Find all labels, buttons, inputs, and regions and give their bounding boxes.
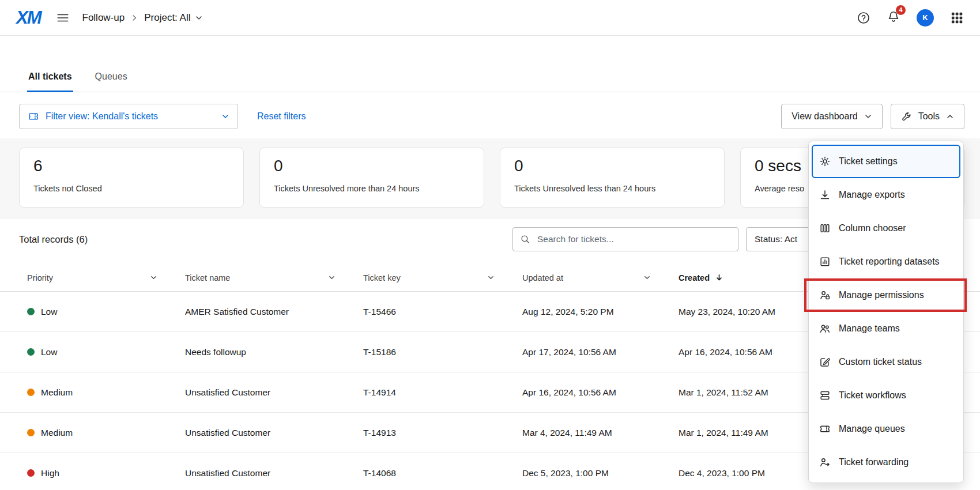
stat-value: 0 [514, 157, 710, 175]
filter-view-dropdown[interactable]: Filter view: Kendall's tickets [19, 104, 238, 129]
tools-menu-item[interactable]: Ticket reporting datasets [809, 245, 963, 278]
updated-at-cell: Apr 17, 2024, 10:56 AM [522, 347, 679, 357]
person-lock-icon [819, 289, 831, 301]
tools-menu-item[interactable]: Ticket settings [812, 145, 960, 178]
tools-menu-item[interactable]: Ticket forwarding [809, 446, 963, 479]
stat-card: 0 Tickets Unresolved less than 24 hours [500, 148, 725, 208]
chevron-down-icon [221, 112, 229, 120]
priority-dot [27, 469, 35, 477]
menu-item-label: Manage queues [839, 424, 905, 434]
person-arrow-icon [819, 457, 831, 468]
priority-label: Low [41, 347, 57, 357]
tools-menu-item[interactable]: Manage exports [809, 178, 963, 212]
priority-cell: Low [27, 347, 185, 357]
view-dashboard-label: View dashboard [791, 111, 857, 122]
chevron-down-icon[interactable] [643, 274, 651, 281]
priority-dot [27, 308, 35, 315]
priority-label: Medium [41, 387, 73, 398]
column-header-updated-at[interactable]: Updated at [522, 273, 679, 282]
ticket-name-cell: Unsatisfied Customer [185, 387, 363, 398]
priority-dot [27, 429, 35, 436]
top-bar: XM Follow-up Project: All [0, 0, 980, 36]
chevron-down-icon[interactable] [150, 274, 157, 281]
priority-dot [27, 348, 35, 356]
priority-dot [27, 389, 35, 396]
ticket-icon [28, 111, 39, 122]
menu-item-label: Ticket settings [839, 156, 898, 167]
priority-label: High [41, 468, 59, 478]
total-records-label: Total records (6) [19, 226, 88, 252]
updated-at-cell: Mar 4, 2024, 11:49 AM [522, 428, 679, 438]
view-dashboard-button[interactable]: View dashboard [781, 104, 882, 129]
apps-grid-icon[interactable] [950, 11, 964, 25]
breadcrumb-project[interactable]: Project: All [144, 12, 202, 24]
ticket-search [512, 227, 738, 251]
tools-menu-item[interactable]: Ticket workflows [809, 379, 963, 412]
breadcrumb-project-label: Project: All [144, 12, 190, 24]
chevron-up-icon [946, 112, 954, 120]
priority-label: Medium [41, 428, 73, 438]
menu-item-label: Manage exports [839, 190, 905, 200]
stat-label: Tickets Unresolved less than 24 hours [514, 184, 710, 193]
avatar[interactable]: K [917, 9, 934, 27]
people-icon [819, 323, 831, 334]
ticketing-page: XM Follow-up Project: All [0, 0, 980, 490]
tools-menu-item[interactable]: Column chooser [809, 212, 963, 245]
columns-icon [819, 223, 831, 234]
notification-badge: 4 [896, 5, 906, 15]
chevron-down-icon[interactable] [487, 274, 495, 281]
menu-item-label: Ticket workflows [839, 390, 906, 401]
stat-card: 0 Tickets Unresolved more than 24 hours [259, 148, 484, 208]
menu-item-label: Ticket reporting datasets [839, 257, 940, 267]
menu-item-label: Column chooser [839, 223, 906, 233]
stat-value: 6 [33, 157, 229, 175]
reset-filters-link[interactable]: Reset filters [257, 111, 306, 122]
search-input[interactable] [536, 233, 731, 245]
wrench-icon [901, 111, 912, 122]
help-icon[interactable] [857, 11, 870, 25]
tab-all-tickets[interactable]: All tickets [27, 71, 73, 92]
updated-at-cell: Apr 16, 2024, 10:56 AM [522, 387, 679, 398]
search-icon [520, 234, 530, 244]
ticket-key-cell: T-14068 [363, 468, 522, 478]
column-header-ticket-name[interactable]: Ticket name [185, 273, 363, 282]
breadcrumb: Follow-up Project: All [82, 12, 203, 24]
menu-item-label: Custom ticket status [839, 357, 922, 367]
chevron-down-icon[interactable] [328, 274, 336, 281]
priority-cell: High [27, 468, 185, 478]
column-header-priority[interactable]: Priority [27, 273, 185, 282]
ticket-name-cell: AMER Satisfied Customer [185, 307, 363, 317]
top-bar-actions: 4 K [857, 9, 964, 27]
updated-at-cell: Aug 12, 2024, 5:20 PM [522, 307, 679, 317]
tools-menu-item[interactable]: Manage permissions [809, 278, 963, 312]
stat-label: Tickets not Closed [33, 184, 229, 193]
ticket-name-cell: Needs followup [185, 347, 363, 357]
tab-queues[interactable]: Queues [94, 71, 129, 92]
breadcrumb-section[interactable]: Follow-up [82, 12, 125, 24]
column-header-ticket-key[interactable]: Ticket key [363, 273, 522, 282]
gear-icon [819, 156, 831, 167]
ticket-tabs: All tickets Queues [0, 36, 980, 92]
ticket-key-cell: T-14913 [363, 428, 522, 438]
chevron-right-icon [130, 14, 138, 22]
tools-button[interactable]: Tools [891, 104, 964, 129]
ticket-key-cell: T-14914 [363, 387, 522, 398]
notifications-button[interactable]: 4 [887, 10, 900, 26]
workflow-icon [819, 390, 831, 401]
tools-menu: Ticket settings Manage exports Column ch… [808, 141, 964, 483]
menu-item-label: Ticket forwarding [839, 457, 909, 468]
tools-menu-item[interactable]: Custom ticket status [809, 345, 963, 379]
ticket-key-cell: T-15466 [363, 307, 522, 317]
updated-at-cell: Dec 5, 2023, 1:00 PM [522, 468, 679, 478]
stat-label: Tickets Unresolved more than 24 hours [274, 184, 470, 193]
menu-item-label: Manage permissions [839, 290, 924, 300]
menu-item-label: Manage teams [839, 323, 900, 334]
tools-label: Tools [918, 111, 940, 122]
filter-view-label: Filter view: Kendall's tickets [46, 111, 158, 122]
tools-menu-item[interactable]: Manage queues [809, 412, 963, 446]
tools-menu-item[interactable]: Manage teams [809, 312, 963, 345]
edit-icon [819, 356, 831, 368]
chevron-down-icon [195, 14, 203, 22]
hamburger-menu-icon[interactable] [56, 11, 70, 25]
priority-cell: Low [27, 307, 185, 317]
